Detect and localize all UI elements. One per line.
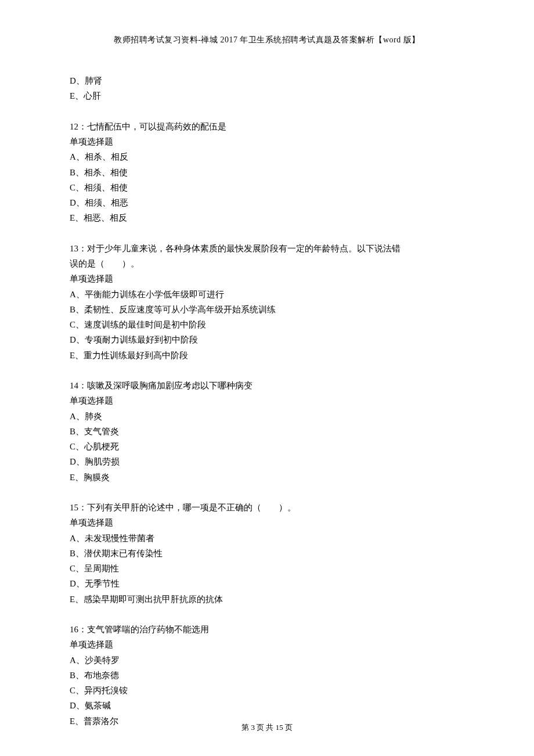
- option-line: A、相杀、相反: [70, 149, 464, 164]
- question-type: 单项选择题: [70, 393, 464, 408]
- blank-line: [70, 607, 464, 622]
- blank-line: [70, 363, 464, 378]
- question-type: 单项选择题: [70, 134, 464, 149]
- option-line: E、胸膜炎: [70, 470, 464, 485]
- option-line: D、胸肌劳损: [70, 454, 464, 469]
- option-line: E、相恶、相反: [70, 210, 464, 225]
- option-line: A、未发现慢性带菌者: [70, 531, 464, 546]
- option-line: C、异丙托溴铵: [70, 683, 464, 698]
- option-line: B、柔韧性、反应速度等可从小学高年级开始系统训练: [70, 302, 464, 317]
- document-page: 教师招聘考试复习资料-禅城 2017 年卫生系统招聘考试真题及答案解析【word…: [0, 0, 534, 756]
- option-line: C、呈周期性: [70, 561, 464, 576]
- question-title: 13：对于少年儿童来说，各种身体素质的最快发展阶段有一定的年龄特点。以下说法错: [70, 241, 464, 256]
- question-type: 单项选择题: [70, 271, 464, 286]
- option-line: D、相须、相恶: [70, 195, 464, 210]
- option-line: E、心肝: [70, 88, 464, 103]
- page-content: D、肺肾 E、心肝 12：七情配伍中，可以提高药效的配伍是 单项选择题 A、相杀…: [70, 73, 464, 729]
- option-line: D、专项耐力训练最好到初中阶段: [70, 332, 464, 347]
- option-line: A、沙美特罗: [70, 653, 464, 668]
- question-title: 14：咳嗽及深呼吸胸痛加剧应考虑以下哪种病变: [70, 378, 464, 393]
- blank-line: [70, 485, 464, 500]
- option-line: C、速度训练的最佳时间是初中阶段: [70, 317, 464, 332]
- option-line: B、潜伏期末已有传染性: [70, 546, 464, 561]
- option-line: C、心肌梗死: [70, 439, 464, 454]
- option-line: C、相须、相使: [70, 180, 464, 195]
- option-line: D、氨茶碱: [70, 698, 464, 713]
- option-line: A、平衡能力训练在小学低年级即可进行: [70, 287, 464, 302]
- blank-line: [70, 104, 464, 119]
- question-title: 15：下列有关甲肝的论述中，哪一项是不正确的（ ）。: [70, 500, 464, 515]
- question-title: 16：支气管哮喘的治疗药物不能选用: [70, 622, 464, 637]
- option-line: D、无季节性: [70, 576, 464, 591]
- question-title: 误的是（ ）。: [70, 256, 464, 271]
- option-line: B、布地奈德: [70, 668, 464, 683]
- option-line: D、肺肾: [70, 73, 464, 88]
- option-line: E、重力性训练最好到高中阶段: [70, 348, 464, 363]
- option-line: A、肺炎: [70, 409, 464, 424]
- question-type: 单项选择题: [70, 515, 464, 530]
- option-line: B、支气管炎: [70, 424, 464, 439]
- blank-line: [70, 226, 464, 241]
- option-line: E、感染早期即可测出抗甲肝抗原的抗体: [70, 592, 464, 607]
- page-header: 教师招聘考试复习资料-禅城 2017 年卫生系统招聘考试真题及答案解析【word…: [70, 35, 464, 45]
- page-footer: 第 3 页 共 15 页: [0, 722, 534, 733]
- question-title: 12：七情配伍中，可以提高药效的配伍是: [70, 119, 464, 134]
- question-type: 单项选择题: [70, 637, 464, 652]
- option-line: B、相杀、相使: [70, 165, 464, 180]
